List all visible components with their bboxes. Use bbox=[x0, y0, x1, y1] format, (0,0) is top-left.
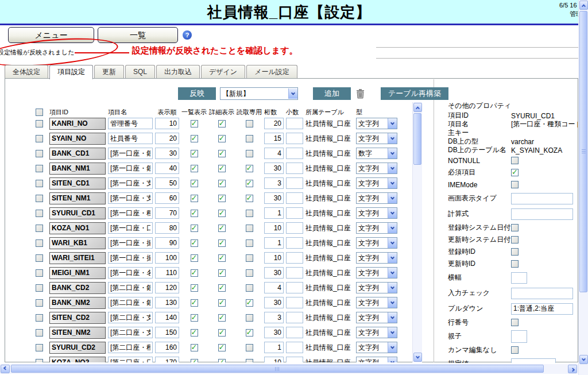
row-checkbox[interactable] bbox=[36, 299, 43, 307]
field-id-input[interactable] bbox=[49, 342, 106, 354]
digits-input[interactable] bbox=[264, 118, 284, 129]
detail-display-checkbox[interactable] bbox=[218, 120, 226, 127]
dropdown-arrow-button[interactable] bbox=[388, 357, 397, 362]
detail-display-checkbox[interactable] bbox=[218, 344, 226, 351]
detail-display-checkbox[interactable] bbox=[218, 359, 226, 363]
property-checkbox[interactable] bbox=[511, 319, 519, 326]
type-select[interactable]: 文字列 bbox=[356, 327, 397, 338]
dropdown-arrow-button[interactable] bbox=[388, 178, 397, 188]
detail-display-checkbox[interactable] bbox=[218, 239, 226, 247]
readonly-checkbox[interactable] bbox=[246, 329, 253, 337]
type-select[interactable]: 文字列 bbox=[356, 252, 397, 264]
dropdown-arrow-button[interactable] bbox=[388, 133, 397, 144]
list-display-checkbox[interactable] bbox=[191, 329, 198, 337]
scroll-up-button[interactable] bbox=[413, 103, 422, 112]
field-id-input[interactable] bbox=[49, 282, 106, 294]
tab-shutsuryoku-torikomi[interactable]: 出力取込 bbox=[156, 65, 200, 79]
decimal-input[interactable] bbox=[286, 222, 303, 234]
readonly-checkbox[interactable] bbox=[246, 269, 253, 277]
decimal-input[interactable] bbox=[286, 252, 303, 264]
digits-input[interactable] bbox=[264, 342, 284, 353]
list-display-checkbox[interactable] bbox=[191, 269, 198, 277]
field-id-input[interactable] bbox=[49, 133, 106, 145]
help-icon[interactable]: ? bbox=[183, 30, 192, 40]
property-input[interactable] bbox=[511, 288, 573, 299]
digits-input[interactable] bbox=[264, 177, 284, 189]
readonly-checkbox[interactable] bbox=[246, 314, 253, 322]
display-order-input[interactable] bbox=[155, 192, 179, 204]
dropdown-arrow-button[interactable] bbox=[388, 312, 397, 323]
field-id-input[interactable] bbox=[49, 297, 106, 309]
decimal-input[interactable] bbox=[286, 118, 303, 129]
digits-input[interactable] bbox=[264, 357, 284, 362]
display-order-input[interactable] bbox=[155, 133, 179, 144]
dropdown-arrow-button[interactable] bbox=[388, 342, 397, 353]
detail-display-checkbox[interactable] bbox=[218, 225, 226, 232]
display-order-input[interactable] bbox=[155, 297, 179, 308]
row-checkbox[interactable] bbox=[36, 269, 43, 277]
property-checkbox[interactable] bbox=[511, 236, 519, 243]
detail-display-checkbox[interactable] bbox=[218, 210, 226, 217]
field-name-input[interactable] bbox=[108, 342, 153, 353]
property-checkbox[interactable] bbox=[511, 248, 519, 256]
display-order-input[interactable] bbox=[155, 118, 179, 129]
field-id-input[interactable] bbox=[49, 357, 106, 363]
tab-koumoku-settei[interactable]: 項目設定 bbox=[49, 65, 93, 79]
property-input[interactable] bbox=[511, 272, 527, 284]
decimal-input[interactable] bbox=[286, 163, 303, 174]
table-scrollbar[interactable] bbox=[412, 102, 422, 362]
field-name-input[interactable] bbox=[108, 222, 153, 234]
field-id-input[interactable] bbox=[49, 312, 106, 324]
decimal-input[interactable] bbox=[286, 327, 303, 338]
dropdown-arrow-button[interactable] bbox=[388, 238, 397, 248]
field-name-input[interactable] bbox=[108, 357, 153, 362]
scroll-right-button[interactable] bbox=[568, 365, 577, 373]
type-select[interactable]: 文字列 bbox=[356, 312, 397, 323]
tab-zentai-settei[interactable]: 全体設定 bbox=[5, 65, 48, 79]
display-order-input[interactable] bbox=[155, 237, 179, 249]
dropdown-arrow-button[interactable] bbox=[388, 327, 397, 338]
digits-input[interactable] bbox=[264, 282, 284, 293]
detail-display-checkbox[interactable] bbox=[218, 165, 226, 172]
field-id-input[interactable] bbox=[49, 237, 106, 249]
property-input[interactable] bbox=[511, 358, 556, 364]
dropdown-arrow-button[interactable] bbox=[388, 268, 397, 278]
list-display-checkbox[interactable] bbox=[191, 180, 198, 187]
list-display-checkbox[interactable] bbox=[191, 165, 198, 172]
dropdown-arrow-button[interactable] bbox=[388, 223, 397, 233]
field-name-input[interactable] bbox=[108, 133, 153, 144]
readonly-checkbox[interactable] bbox=[246, 135, 253, 142]
field-name-input[interactable] bbox=[108, 327, 153, 338]
property-checkbox[interactable] bbox=[511, 169, 519, 176]
type-select[interactable]: 文字列 bbox=[356, 222, 397, 234]
detail-display-checkbox[interactable] bbox=[218, 254, 226, 262]
digits-input[interactable] bbox=[264, 207, 284, 219]
property-input[interactable] bbox=[511, 303, 573, 315]
row-checkbox[interactable] bbox=[36, 254, 43, 262]
readonly-checkbox[interactable] bbox=[246, 239, 253, 247]
digits-input[interactable] bbox=[264, 148, 284, 159]
decimal-input[interactable] bbox=[286, 133, 303, 144]
readonly-checkbox[interactable] bbox=[246, 284, 253, 292]
decimal-input[interactable] bbox=[286, 357, 303, 362]
property-checkbox[interactable] bbox=[511, 346, 519, 354]
scroll-down-button[interactable] bbox=[579, 355, 588, 364]
readonly-checkbox[interactable] bbox=[246, 359, 253, 363]
row-checkbox[interactable] bbox=[36, 195, 43, 202]
field-id-input[interactable] bbox=[49, 177, 106, 190]
field-id-input[interactable] bbox=[49, 163, 106, 175]
row-checkbox[interactable] bbox=[36, 225, 43, 232]
scrollbar-thumb[interactable] bbox=[11, 365, 544, 373]
property-checkbox[interactable] bbox=[511, 260, 519, 268]
display-order-input[interactable] bbox=[155, 267, 179, 279]
trash-icon[interactable] bbox=[354, 86, 367, 100]
type-select[interactable]: 文字列 bbox=[356, 267, 397, 279]
field-id-input[interactable] bbox=[49, 222, 106, 234]
detail-display-checkbox[interactable] bbox=[218, 150, 226, 157]
decimal-input[interactable] bbox=[286, 192, 303, 204]
list-display-checkbox[interactable] bbox=[191, 314, 198, 322]
readonly-checkbox[interactable] bbox=[246, 254, 253, 262]
list-display-checkbox[interactable] bbox=[191, 344, 198, 351]
readonly-checkbox[interactable] bbox=[246, 120, 253, 127]
dropdown-arrow-button[interactable] bbox=[388, 283, 397, 293]
